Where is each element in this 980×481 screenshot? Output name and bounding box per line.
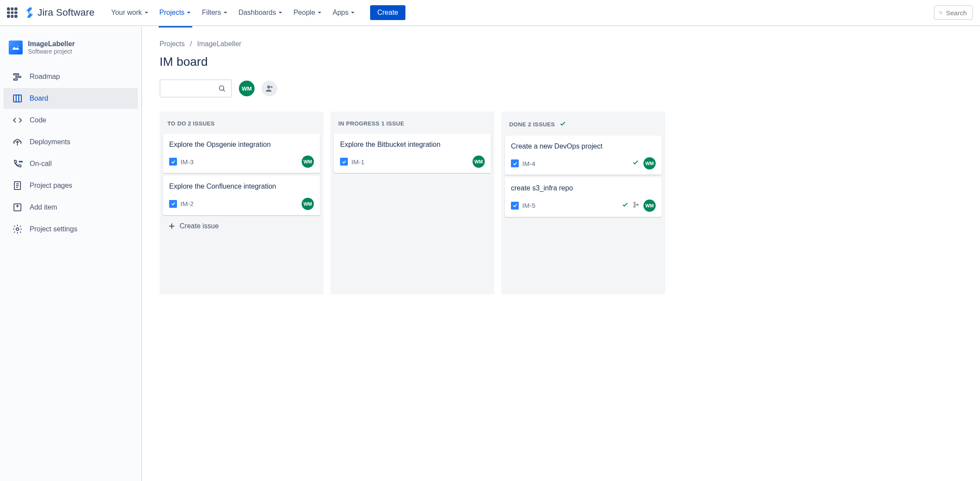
issue-card[interactable]: Explore the Opsgenie integrationIM-3WM: [163, 134, 320, 173]
create-button[interactable]: Create: [370, 5, 405, 20]
add-people-button[interactable]: [262, 81, 277, 96]
issue-card[interactable]: create s3_infra repoIM-5WM: [505, 177, 662, 217]
main-content: Projects / ImageLabeller IM board WM TO …: [142, 26, 980, 481]
assignee-avatar[interactable]: WM: [643, 200, 656, 212]
user-avatar[interactable]: WM: [239, 81, 255, 96]
board-search[interactable]: [160, 79, 232, 98]
nav-item-people[interactable]: People: [289, 6, 327, 19]
svg-point-22: [267, 85, 270, 88]
search-icon: [218, 85, 226, 92]
board-column: DONE 2 ISSUESCreate a new DevOps project…: [501, 112, 665, 295]
issue-card[interactable]: Explore the Bitbucket integrationIM-1WM: [334, 134, 491, 173]
done-check-icon: [632, 159, 639, 168]
svg-point-19: [16, 228, 19, 230]
settings-icon: [12, 224, 23, 234]
deployments-icon: [12, 137, 23, 147]
add-icon: [12, 202, 23, 213]
sidebar-item-label: On-call: [30, 160, 52, 168]
column-title: IN PROGRESS 1 ISSUE: [338, 120, 404, 127]
search-input[interactable]: [946, 9, 968, 17]
card-title: Explore the Confluence integration: [169, 182, 314, 191]
breadcrumb-current[interactable]: ImageLabeller: [197, 40, 241, 48]
board-columns: TO DO 2 ISSUESExplore the Opsgenie integ…: [160, 112, 980, 295]
board-column: IN PROGRESS 1 ISSUEExplore the Bitbucket…: [330, 112, 494, 295]
nav-item-your-work[interactable]: Your work: [107, 6, 153, 19]
card-title: Explore the Bitbucket integration: [340, 140, 485, 149]
nav-item-label: Dashboards: [238, 9, 276, 17]
create-issue-button[interactable]: Create issue: [163, 218, 320, 234]
column-header: IN PROGRESS 1 ISSUE: [334, 119, 491, 134]
sidebar-item-project-settings[interactable]: Project settings: [3, 219, 138, 240]
assignee-avatar[interactable]: WM: [643, 157, 656, 169]
task-type-icon: [169, 158, 177, 166]
issue-key: IM-1: [351, 158, 364, 166]
jira-logo[interactable]: Jira Software: [24, 7, 95, 18]
top-nav: Jira Software Your workProjectsFiltersDa…: [0, 0, 980, 26]
chevron-down-icon: [350, 10, 355, 15]
branch-icon: [633, 202, 639, 210]
board-toolbar: WM: [160, 79, 980, 98]
sidebar-item-roadmap[interactable]: Roadmap: [3, 66, 138, 87]
chevron-down-icon: [186, 10, 191, 15]
svg-line-21: [223, 90, 225, 91]
issue-key: IM-5: [522, 202, 535, 209]
app-switcher-icon[interactable]: [7, 7, 17, 18]
svg-point-0: [939, 11, 942, 14]
sidebar-item-deployments[interactable]: Deployments: [3, 132, 138, 152]
sidebar-item-label: Deployments: [30, 138, 70, 146]
task-type-icon: [511, 202, 519, 210]
board-column: TO DO 2 ISSUESExplore the Opsgenie integ…: [160, 112, 323, 295]
sidebar-item-on-call[interactable]: On-call: [3, 153, 138, 174]
nav-item-label: Your work: [111, 9, 142, 17]
svg-point-27: [634, 202, 636, 204]
task-type-icon: [169, 200, 177, 208]
sidebar-item-add-item[interactable]: Add item: [3, 197, 138, 218]
issue-card[interactable]: Explore the Confluence integrationIM-2WM: [163, 176, 320, 215]
column-title: DONE 2 ISSUES: [509, 121, 555, 128]
svg-point-9: [19, 161, 20, 162]
assignee-avatar[interactable]: WM: [302, 156, 314, 168]
issue-key: IM-4: [522, 160, 535, 167]
nav-item-projects[interactable]: Projects: [155, 6, 196, 19]
svg-point-10: [20, 161, 21, 162]
sidebar-item-project-pages[interactable]: Project pages: [3, 175, 138, 196]
nav-item-dashboards[interactable]: Dashboards: [234, 6, 287, 19]
sidebar-item-label: Roadmap: [30, 73, 60, 81]
assignee-avatar[interactable]: WM: [473, 156, 485, 168]
nav-item-label: Filters: [202, 9, 221, 17]
sidebar-item-label: Code: [30, 116, 46, 124]
svg-point-2: [17, 45, 18, 47]
task-type-icon: [340, 158, 348, 166]
card-title: create s3_infra repo: [511, 183, 656, 193]
search-icon: [939, 9, 943, 17]
breadcrumb-root[interactable]: Projects: [160, 40, 185, 48]
global-search[interactable]: [934, 5, 973, 20]
sidebar-item-board[interactable]: Board: [3, 88, 138, 109]
sidebar-item-code[interactable]: Code: [3, 110, 138, 131]
svg-rect-3: [14, 74, 19, 75]
svg-rect-4: [16, 76, 21, 78]
nav-item-label: People: [293, 9, 315, 17]
create-issue-label: Create issue: [180, 222, 219, 230]
issue-card[interactable]: Create a new DevOps projectIM-4WM: [505, 135, 662, 175]
column-header: TO DO 2 ISSUES: [163, 119, 320, 134]
jira-icon: [24, 7, 35, 18]
project-name: ImageLabeller: [28, 40, 75, 48]
svg-rect-6: [14, 95, 21, 102]
sidebar: ImageLabeller Software project RoadmapBo…: [0, 26, 142, 481]
nav-item-label: Projects: [160, 9, 185, 17]
project-icon: [9, 41, 23, 54]
card-title: Create a new DevOps project: [511, 142, 656, 151]
roadmap-icon: [12, 71, 23, 82]
chevron-down-icon: [317, 10, 322, 15]
svg-line-1: [942, 14, 943, 14]
nav-item-filters[interactable]: Filters: [197, 6, 232, 19]
project-header[interactable]: ImageLabeller Software project: [0, 37, 141, 65]
svg-point-29: [637, 204, 639, 206]
plus-icon: [168, 223, 175, 230]
chevron-down-icon: [278, 10, 283, 15]
assignee-avatar[interactable]: WM: [302, 198, 314, 210]
nav-item-apps[interactable]: Apps: [328, 6, 360, 19]
column-header: DONE 2 ISSUES: [505, 119, 662, 135]
nav-item-label: Apps: [333, 9, 348, 17]
